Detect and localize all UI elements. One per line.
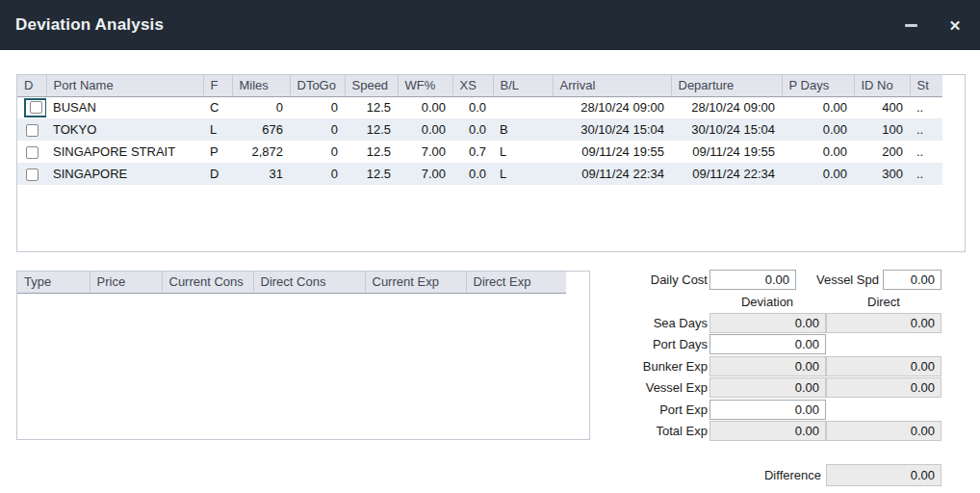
miles-cell: 676 <box>232 118 290 141</box>
xs-cell: 0.7 <box>452 141 493 163</box>
col-header-port-name[interactable]: Port Name <box>46 75 203 96</box>
port-row-singapore-strait[interactable]: SINGAPORE STRAIT P 2,872 0 12.5 7.00 0.7… <box>17 141 942 163</box>
col-header-departure[interactable]: Departure <box>671 75 782 96</box>
difference-label: Difference <box>677 465 821 485</box>
port-row-singapore[interactable]: SINGAPORE D 31 0 12.5 7.00 0.0 L 09/11/2… <box>17 163 942 185</box>
xs-cell: 0.0 <box>452 163 493 185</box>
col-header-miles[interactable]: Miles <box>232 75 290 96</box>
col-header-p-days[interactable]: P Days <box>782 75 854 96</box>
id-no-cell: 100 <box>854 118 910 141</box>
st-cell[interactable]: .. <box>910 163 942 185</box>
ports-header-row: D Port Name F Miles DToGo Speed WF% XS B… <box>17 75 942 96</box>
daily-cost-label: Daily Cost <box>578 270 708 290</box>
port-name-cell: BUSAN <box>46 96 203 118</box>
bunker-exp-deviation-field <box>709 356 826 376</box>
deviation-checkbox[interactable] <box>26 169 39 181</box>
deviation-checkbox-cell <box>17 163 46 185</box>
port-days-label: Port Days <box>578 334 708 354</box>
bunker-exp-label: Bunker Exp <box>578 356 708 376</box>
wf-pct-cell: 7.00 <box>398 163 452 185</box>
arrival-cell: 30/10/24 15:04 <box>553 118 671 141</box>
vessel-exp-label: Vessel Exp <box>578 377 708 398</box>
bunker-table: Type Price Current Cons Direct Cons Curr… <box>17 272 566 294</box>
departure-cell: 30/10/24 15:04 <box>671 118 782 141</box>
wf-pct-cell: 0.00 <box>398 118 452 141</box>
vessel-exp-direct-field <box>826 377 941 398</box>
deviation-checkbox-cell <box>17 96 46 118</box>
deviation-analysis-dialog: { "window": { "title": "Deviation Analys… <box>0 0 980 493</box>
close-icon: ✕ <box>949 18 962 33</box>
f-cell: L <box>203 118 232 141</box>
total-exp-direct-field <box>826 421 941 441</box>
vessel-exp-deviation-field <box>709 377 826 398</box>
col-header-id-no[interactable]: ID No <box>854 75 910 96</box>
title-bar: Deviation Analysis ✕ <box>0 0 980 50</box>
deviation-checkbox[interactable] <box>30 101 42 114</box>
minimize-button[interactable] <box>893 0 928 50</box>
port-exp-label: Port Exp <box>578 400 708 420</box>
col-header-current-exp[interactable]: Current Exp <box>365 272 466 293</box>
difference-field <box>826 464 941 486</box>
arrival-cell: 28/10/24 09:00 <box>553 96 671 118</box>
st-cell[interactable]: .. <box>910 96 942 118</box>
arrival-cell: 09/11/24 19:55 <box>553 141 671 163</box>
col-header-arrival[interactable]: Arrival <box>553 75 671 96</box>
vessel-spd-input[interactable] <box>883 270 941 290</box>
port-exp-deviation-input[interactable] <box>709 400 826 420</box>
col-header-type[interactable]: Type <box>17 272 90 293</box>
focused-cell-outline <box>24 98 46 117</box>
speed-cell: 12.5 <box>345 163 398 185</box>
sea-days-deviation-field <box>709 313 826 333</box>
dtogo-cell: 0 <box>290 163 345 185</box>
bl-cell <box>493 96 553 118</box>
p-days-cell: 0.00 <box>782 118 854 141</box>
speed-cell: 12.5 <box>345 141 398 163</box>
deviation-column-header: Deviation <box>709 295 825 310</box>
col-header-direct-exp[interactable]: Direct Exp <box>466 272 566 293</box>
bl-cell: B <box>493 118 553 141</box>
col-header-bl[interactable]: B/L <box>493 75 553 96</box>
sea-days-label: Sea Days <box>578 313 708 333</box>
port-name-cell: SINGAPORE STRAIT <box>46 141 203 163</box>
col-header-current-cons[interactable]: Current Cons <box>162 272 253 293</box>
deviation-checkbox-cell <box>17 141 46 163</box>
dtogo-cell: 0 <box>290 96 345 118</box>
port-days-deviation-input[interactable] <box>709 334 826 354</box>
miles-cell: 0 <box>232 96 290 118</box>
f-cell: C <box>203 96 232 118</box>
dtogo-cell: 0 <box>290 141 345 163</box>
port-name-cell: TOKYO <box>46 118 203 141</box>
deviation-checkbox[interactable] <box>26 124 39 137</box>
port-row-busan[interactable]: BUSAN C 0 0 12.5 0.00 0.0 28/10/24 09:00… <box>17 96 942 118</box>
id-no-cell: 400 <box>854 96 910 118</box>
bl-cell: L <box>493 141 553 163</box>
col-header-wf-pct[interactable]: WF% <box>398 75 452 96</box>
col-header-d[interactable]: D <box>17 75 46 96</box>
deviation-checkbox[interactable] <box>26 146 39 159</box>
ports-table: D Port Name F Miles DToGo Speed WF% XS B… <box>17 75 942 185</box>
xs-cell: 0.0 <box>452 118 493 141</box>
xs-cell: 0.0 <box>452 96 493 118</box>
col-header-price[interactable]: Price <box>90 272 162 293</box>
col-header-direct-cons[interactable]: Direct Cons <box>253 272 365 293</box>
close-button[interactable]: ✕ <box>938 0 972 50</box>
id-no-cell: 200 <box>854 141 910 163</box>
st-cell[interactable]: .. <box>910 141 942 163</box>
dtogo-cell: 0 <box>290 118 345 141</box>
st-cell[interactable]: .. <box>910 118 942 141</box>
bunker-exp-direct-field <box>826 356 941 376</box>
daily-cost-input[interactable] <box>709 270 796 290</box>
sea-days-direct-field <box>826 313 941 333</box>
wf-pct-cell: 7.00 <box>398 141 452 163</box>
minimize-icon <box>905 24 917 27</box>
miles-cell: 31 <box>232 163 290 185</box>
dialog-title: Deviation Analysis <box>15 0 164 50</box>
col-header-f[interactable]: F <box>203 75 232 96</box>
col-header-st[interactable]: St <box>910 75 942 96</box>
bunker-header-row: Type Price Current Cons Direct Cons Curr… <box>17 272 566 293</box>
col-header-xs[interactable]: XS <box>452 75 493 96</box>
total-exp-label: Total Exp <box>578 421 708 441</box>
port-row-tokyo[interactable]: TOKYO L 676 0 12.5 0.00 0.0 B 30/10/24 1… <box>17 118 942 141</box>
col-header-dtogo[interactable]: DToGo <box>290 75 345 96</box>
col-header-speed[interactable]: Speed <box>345 75 398 96</box>
